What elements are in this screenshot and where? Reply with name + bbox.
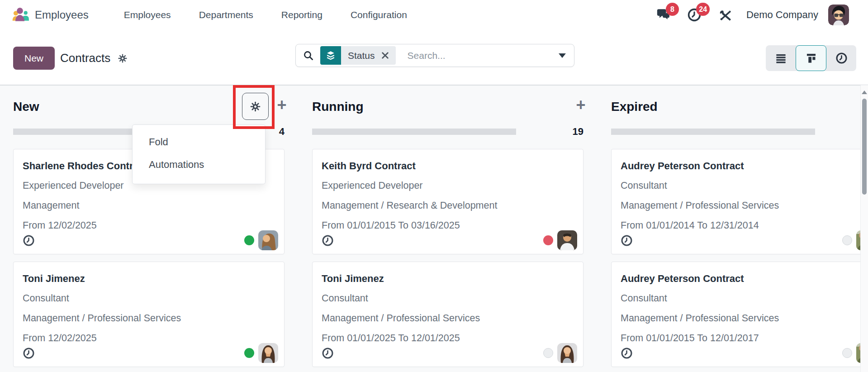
card-job-title: Experienced Developer (322, 176, 574, 196)
activity-view-icon (835, 52, 848, 64)
kanban-column-expired: Expired + Audrey Peterson Contract Consu… (611, 86, 868, 367)
column-title: New (13, 100, 39, 114)
list-view-icon (775, 52, 787, 64)
column-count: 19 (573, 126, 583, 138)
employee-avatar[interactable] (258, 230, 278, 250)
kanban-state-dot[interactable] (543, 348, 553, 358)
menu-configuration[interactable]: Configuration (351, 10, 407, 20)
card-department: Management / Professional Services (621, 308, 868, 328)
column-progressbar[interactable] (312, 129, 516, 135)
facet-close-icon[interactable] (381, 52, 389, 59)
kanban-state-dot[interactable] (244, 348, 254, 358)
kanban-view-icon (805, 52, 817, 64)
facet-label: Status (348, 50, 375, 61)
breadcrumb-title: Contracts (60, 51, 110, 65)
menu-reporting[interactable]: Reporting (281, 10, 323, 20)
control-panel: New Contracts Status (0, 30, 868, 85)
kanban-card[interactable]: Keith Byrd Contract Experienced Develope… (312, 149, 583, 254)
kanban-view-button[interactable] (796, 45, 826, 71)
card-job-title: Consultant (621, 288, 868, 308)
view-switcher (766, 45, 856, 71)
menu-employees[interactable]: Employees (124, 10, 171, 20)
card-title: Audrey Peterson Contract (621, 273, 868, 285)
activity-view-button[interactable] (826, 45, 856, 71)
card-title: Keith Byrd Contract (322, 160, 574, 172)
activity-clock-icon[interactable] (322, 347, 334, 359)
user-avatar[interactable] (828, 5, 849, 25)
activity-clock-icon[interactable] (23, 347, 35, 359)
wrench-tools-icon (718, 8, 732, 22)
groupby-layers-icon (320, 46, 341, 65)
card-department: Management / Professional Services (23, 308, 275, 328)
gear-icon (250, 101, 261, 112)
column-settings-dropdown: Fold Automations (132, 124, 266, 184)
kanban-state-dot[interactable] (244, 235, 254, 245)
activity-clock-icon[interactable] (621, 234, 633, 247)
app-switcher[interactable]: Employees (11, 6, 89, 24)
main-menu: Employees Departments Reporting Configur… (124, 10, 407, 20)
scroll-up-arrow[interactable] (862, 91, 867, 94)
card-title: Toni Jimenez (322, 273, 574, 285)
messages-badge: 8 (666, 3, 679, 16)
kanban-card[interactable]: Toni Jimenez Consultant Management / Pro… (312, 262, 583, 367)
navbar-systray: 8 24 Demo Company (655, 5, 849, 25)
activities-badge: 24 (696, 3, 710, 16)
odoo-employees-contracts-kanban: Employees Employees Departments Reportin… (0, 0, 868, 372)
menu-departments[interactable]: Departments (199, 10, 253, 20)
column-progressbar[interactable] (611, 129, 815, 135)
column-title: Expired (611, 100, 658, 114)
card-department: Management (23, 196, 275, 215)
search-input[interactable] (407, 50, 522, 62)
kanban-card[interactable]: Audrey Peterson Contract Consultant Mana… (611, 149, 868, 254)
search-icon (303, 50, 314, 61)
activity-clock-icon[interactable] (322, 234, 334, 247)
column-add-button[interactable]: + (569, 94, 592, 116)
kanban-state-dot[interactable] (842, 348, 852, 358)
card-department: Management / Professional Services (322, 308, 574, 328)
kanban-board: New + 4 Sharlene Rhodes Contract Experie… (0, 85, 868, 372)
activities-button[interactable]: 24 (686, 6, 703, 24)
kanban-state-dot[interactable] (543, 235, 553, 245)
employee-avatar[interactable] (258, 343, 278, 363)
kanban-card[interactable]: Toni Jimenez Consultant Management / Pro… (13, 262, 285, 367)
kanban-column-running: Running + 19 Keith Byrd Contract Experie… (312, 86, 583, 367)
employee-avatar[interactable] (557, 343, 577, 363)
company-menu[interactable]: Demo Company (746, 9, 818, 21)
search-bar[interactable]: Status (295, 44, 574, 67)
card-job-title: Consultant (621, 176, 868, 196)
user-avatar-image (828, 5, 849, 25)
card-title: Toni Jimenez (23, 273, 275, 285)
kanban-card[interactable]: Audrey Peterson Contract Consultant Mana… (611, 262, 868, 367)
column-title: Running (312, 100, 364, 114)
search-options-toggle[interactable] (550, 44, 574, 67)
card-job-title: Consultant (23, 288, 275, 308)
card-job-title: Consultant (322, 288, 574, 308)
search-facet-status: Status (320, 46, 396, 65)
list-view-button[interactable] (766, 45, 796, 71)
messages-button[interactable]: 8 (655, 6, 672, 24)
employee-avatar[interactable] (557, 230, 577, 250)
chevron-down-icon (559, 53, 566, 58)
column-settings-button[interactable] (242, 93, 269, 120)
column-count: 4 (279, 126, 285, 138)
action-gear-icon[interactable] (118, 53, 128, 63)
activity-clock-icon[interactable] (621, 347, 633, 359)
top-navbar: Employees Employees Departments Reportin… (0, 0, 868, 30)
vertical-scrollbar[interactable] (860, 85, 868, 372)
card-department: Management / Professional Services (621, 196, 868, 215)
debug-tools-button[interactable] (716, 6, 734, 24)
card-title: Audrey Peterson Contract (621, 160, 868, 172)
new-button[interactable]: New (13, 47, 55, 70)
activity-clock-icon[interactable] (23, 234, 35, 247)
card-department: Management / Research & Development (322, 196, 574, 215)
employees-app-icon (11, 6, 29, 24)
menu-item-automations[interactable]: Automations (133, 153, 265, 176)
column-add-button[interactable]: + (270, 94, 293, 116)
scrollbar-thumb[interactable] (862, 99, 867, 195)
app-name: Employees (35, 9, 89, 21)
kanban-state-dot[interactable] (842, 235, 852, 245)
menu-item-fold[interactable]: Fold (133, 131, 265, 153)
